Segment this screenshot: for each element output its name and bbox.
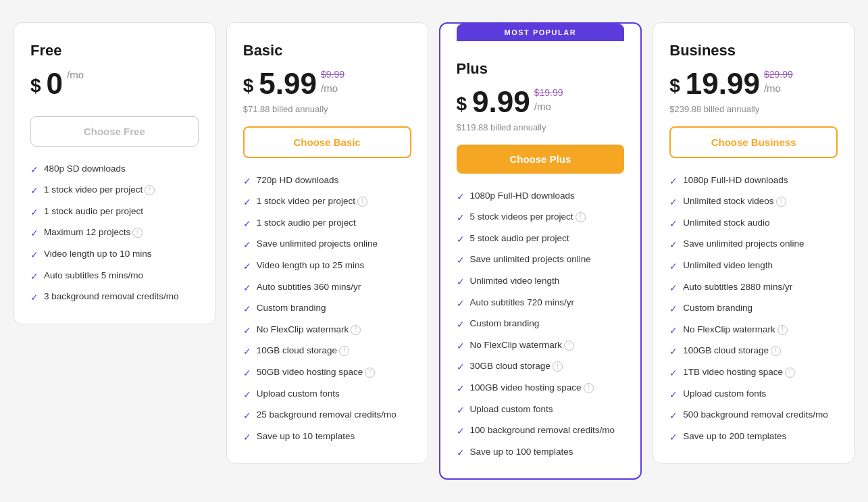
feature-text: Video length up to 10 mins [44,248,152,261]
feature-text: 720p HD downloads [257,174,339,187]
info-icon[interactable]: ! [771,346,781,356]
check-icon: ✓ [243,431,251,445]
feature-text: No FlexClip watermark! [683,324,788,336]
feature-text: 30GB cloud storage! [470,360,563,373]
info-icon[interactable]: ! [576,212,586,222]
feature-item: ✓ Video length up to 25 mins [243,259,411,274]
choose-free-button: Choose Free [30,116,199,147]
check-icon: ✓ [669,175,678,189]
feature-text: Auto subtitles 2880 mins/yr [683,281,792,294]
plan-card-basic: Basic $ 5.99 $9.99 /mo $71.88 billed ann… [226,22,428,464]
feature-text: 25 background removal credits/mo [257,409,397,422]
original-price-business: $29.99 [764,69,793,80]
info-icon[interactable]: ! [553,361,563,372]
feature-text: Save unlimited projects online [683,238,804,251]
check-icon: ✓ [457,447,465,460]
choose-basic-button[interactable]: Choose Basic [243,126,411,158]
price-row-free: $ 0 [30,69,63,99]
info-icon[interactable]: ! [564,341,574,351]
check-icon: ✓ [30,206,39,220]
check-icon: ✓ [243,239,251,252]
annual-price-basic: $71.88 billed annually [243,104,411,114]
feature-item: ✓ 500 background removal credits/mo [669,409,838,423]
feature-item: ✓ Auto subtitles 360 mins/yr [243,281,411,295]
feature-item: ✓ 480p SD downloads [30,163,199,177]
info-icon[interactable]: ! [776,197,786,207]
info-icon[interactable]: ! [145,185,155,195]
feature-text: 500 background removal credits/mo [683,409,828,422]
feature-item: ✓ Save unlimited projects online [243,238,411,252]
price-period-basic: /mo [321,82,344,94]
price-section-basic: $ 5.99 $9.99 /mo [243,69,411,101]
annual-price-plus: $119.88 billed annually [457,122,625,132]
feature-item: ✓ 1080p Full-HD downloads [669,174,838,189]
check-icon: ✓ [669,388,678,402]
feature-item: ✓ No FlexClip watermark! [243,324,411,338]
check-icon: ✓ [243,367,251,380]
check-icon: ✓ [243,282,251,295]
check-icon: ✓ [243,324,251,338]
feature-item: ✓ 30GB cloud storage! [457,360,625,374]
feature-item: ✓ 1 stock audio per project [30,205,199,220]
feature-text: Maximum 12 projects! [44,226,143,239]
feature-item: ✓ Custom branding [669,302,838,316]
feature-text: 1 stock audio per project [257,217,356,230]
feature-text: 5 stock audio per project [470,232,569,245]
check-icon: ✓ [30,164,39,177]
check-icon: ✓ [669,239,678,252]
feature-text: 1080p Full-HD downloads [683,174,788,187]
info-icon[interactable]: ! [785,368,795,378]
check-icon: ✓ [669,218,678,231]
feature-text: Upload custom fonts [257,388,340,401]
feature-item: ✓ Upload custom fonts [243,388,411,402]
info-icon[interactable]: ! [357,197,367,207]
info-icon[interactable]: ! [132,228,143,238]
feature-text: Video length up to 25 mins [257,259,365,272]
check-icon: ✓ [669,282,678,295]
price-row-basic: $ 5.99 [243,69,317,99]
feature-text: Unlimited stock videos! [683,195,786,208]
pricing-container: Free $ 0 /mo Choose Free ✓ 480p SD downl… [14,22,854,480]
check-icon: ✓ [243,388,251,402]
info-icon[interactable]: ! [339,346,349,356]
info-icon[interactable]: ! [351,325,361,335]
check-icon: ✓ [457,340,465,353]
plan-card-free: Free $ 0 /mo Choose Free ✓ 480p SD downl… [14,22,215,324]
feature-text: Upload custom fonts [683,388,766,401]
feature-text: Custom branding [257,302,326,315]
choose-plus-button[interactable]: Choose Plus [457,145,625,174]
check-icon: ✓ [669,196,678,209]
check-icon: ✓ [30,270,39,284]
feature-item: ✓ 1080p Full-HD downloads [457,190,625,204]
feature-item: ✓ Unlimited stock videos! [669,195,838,209]
price-section-business: $ 19.99 $29.99 /mo [669,69,838,101]
feature-item: ✓ 25 background removal credits/mo [243,409,411,423]
feature-text: Auto subtitles 720 mins/yr [470,297,575,309]
feature-text: 1080p Full-HD downloads [470,190,575,203]
check-icon: ✓ [669,409,678,423]
price-period-plus: /mo [534,101,563,112]
check-icon: ✓ [457,191,465,204]
feature-text: Unlimited video length [470,275,560,288]
feature-item: ✓ Save up to 200 templates [669,430,838,445]
check-icon: ✓ [457,361,465,374]
check-icon: ✓ [457,211,465,225]
feature-text: No FlexClip watermark! [257,324,361,336]
feature-text: 100GB cloud storage! [683,345,781,357]
feature-text: Unlimited stock audio [683,217,769,230]
check-icon: ✓ [30,184,39,198]
info-icon[interactable]: ! [584,383,594,393]
check-icon: ✓ [457,382,465,396]
feature-item: ✓ 1TB video hosting space! [669,366,838,380]
price-section-plus: $ 9.99 $19.99 /mo [457,87,625,120]
info-icon[interactable]: ! [777,325,788,335]
most-popular-badge: MOST POPULAR [457,24,625,41]
feature-text: Unlimited video length [683,259,773,272]
feature-text: Save unlimited projects online [257,238,378,251]
check-icon: ✓ [457,233,465,247]
feature-text: Auto subtitles 360 mins/yr [257,281,361,294]
info-icon[interactable]: ! [365,368,375,378]
feature-item: ✓ Unlimited stock audio [669,217,838,231]
original-price-plus: $19.99 [534,87,563,98]
choose-business-button[interactable]: Choose Business [669,126,838,158]
